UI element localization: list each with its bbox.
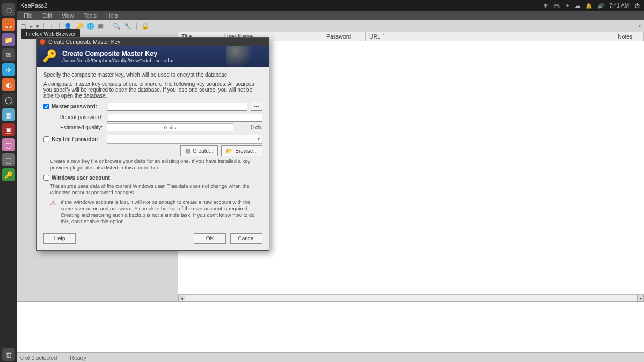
char-count: 0 ch. — [237, 124, 262, 130]
toolbar-url-icon[interactable]: 🌐 — [86, 23, 94, 30]
top-panel: KeePass2 ✱ 🎮 ✈ ☁ 🔔 🔊 7:41 AM ⏻ — [17, 0, 644, 11]
create-icon: ▥ — [185, 148, 190, 154]
browse-icon: 📂 — [226, 148, 232, 154]
keyfile-checkbox[interactable] — [43, 136, 49, 142]
telegram-tray-icon[interactable]: ✈ — [565, 3, 569, 9]
launcher-app-grey[interactable]: ▢ — [2, 153, 15, 166]
entry-detail-panel — [17, 301, 644, 352]
launcher-telegram[interactable]: ✈ — [2, 63, 15, 76]
windows-account-description: This source uses data of the current Win… — [50, 183, 262, 196]
keyfile-combo[interactable] — [107, 135, 262, 144]
menu-file[interactable]: File — [19, 12, 37, 19]
menubar: File Edit View Tools Help — [17, 11, 644, 20]
master-password-label: Master password: — [52, 104, 97, 109]
reveal-password-button[interactable]: ••• — [251, 102, 262, 111]
launcher-keepass[interactable]: 🔑 — [2, 168, 15, 181]
menu-tools[interactable]: Tools — [79, 12, 101, 19]
col-notes[interactable]: Notes — [614, 32, 644, 41]
toolbar-config-icon[interactable]: 🔧 — [124, 23, 132, 30]
launcher-app-orange[interactable]: ◐ — [2, 78, 15, 91]
close-icon[interactable] — [40, 39, 45, 45]
statusbar: 0 of 0 selected Ready — [17, 352, 644, 362]
launcher-steam[interactable]: ◯ — [2, 93, 15, 106]
launcher-files[interactable]: 📁 — [2, 33, 15, 46]
keyfile-description: Create a new key file or browse your dis… — [50, 158, 262, 172]
toolbar: ▢ ▸ ▾ ＋ 👤 🔑 🌐 ▣ 🔍 🔧 🔒 ▾ — [17, 20, 644, 32]
repeat-password-input[interactable] — [107, 113, 262, 122]
clock[interactable]: 7:41 AM — [609, 3, 629, 9]
bell-icon[interactable]: 🔔 — [586, 3, 592, 9]
launcher-app-blue[interactable]: ▦ — [2, 108, 15, 121]
master-password-checkbox[interactable] — [43, 104, 49, 109]
dialog-titlebar[interactable]: Create Composite Master Key — [37, 38, 269, 46]
launcher-trash[interactable]: 🗑 — [2, 348, 15, 361]
status-selection: 0 of 0 selected — [20, 354, 57, 361]
windows-account-checkbox[interactable] — [43, 175, 49, 181]
launcher-mail[interactable]: ✉ — [2, 48, 15, 61]
launcher-firefox[interactable]: 🦊 — [2, 18, 15, 31]
cancel-button[interactable]: Cancel — [230, 233, 262, 244]
menu-edit[interactable]: Edit — [38, 12, 56, 19]
volume-icon[interactable]: 🔊 — [597, 3, 604, 9]
browse-keyfile-button[interactable]: 📂 Browse... — [221, 145, 262, 156]
dialog-title-text: Create Composite Master Key — [48, 39, 120, 45]
col-url[interactable]: URL ˄ — [366, 32, 614, 41]
master-password-input[interactable] — [107, 102, 247, 111]
toolbar-copy-icon[interactable]: ▣ — [98, 23, 104, 30]
help-button[interactable]: Help — [43, 233, 76, 244]
status-ready: Ready — [70, 354, 86, 361]
scroll-right-icon[interactable]: ▸ — [637, 295, 644, 301]
menu-view[interactable]: View — [57, 12, 78, 19]
menu-help[interactable]: Help — [102, 12, 122, 19]
create-master-key-dialog: Create Composite Master Key 🔑 Create Com… — [36, 37, 269, 251]
launcher-app-pink[interactable]: ▢ — [2, 138, 15, 151]
dialog-header-subtitle: /home/derrik/Dropbox/Config/NewDatabase.… — [62, 57, 173, 63]
create-keyfile-button[interactable]: ▥ Create... — [180, 145, 218, 156]
scroll-left-icon[interactable]: ◂ — [178, 295, 185, 301]
toolbar-find-icon[interactable]: 🔍 — [113, 23, 121, 30]
ok-button[interactable]: OK — [194, 233, 226, 244]
windows-account-label: Windows user account — [52, 175, 110, 181]
warning-icon: ⚠ — [50, 199, 56, 225]
keyfile-label: Key file / provider: — [52, 136, 98, 142]
horizontal-scrollbar[interactable]: ◂ ▸ — [178, 294, 644, 301]
dialog-header: 🔑 Create Composite Master Key /home/derr… — [37, 46, 269, 67]
col-pass[interactable]: Password — [323, 32, 366, 41]
dialog-header-title: Create Composite Master Key — [62, 50, 173, 57]
cloud-icon[interactable]: ☁ — [575, 3, 580, 9]
quality-bar: 0 bits — [107, 123, 233, 131]
toolbar-lock-icon[interactable]: 🔒 — [141, 23, 149, 30]
power-icon[interactable]: ⏻ — [634, 3, 640, 9]
estimated-quality-label: Estimated quality: — [60, 124, 103, 130]
discord-icon[interactable]: 🎮 — [553, 3, 560, 9]
repeat-password-label: Repeat password: — [59, 114, 103, 120]
warning-text: If the Windows account is lost, it will … — [61, 199, 262, 225]
launcher-app-red[interactable]: ▣ — [2, 123, 15, 136]
dialog-intro-1: Specify the composite master key, which … — [43, 72, 262, 78]
key-icon: 🔑 — [42, 49, 57, 63]
puzzle-icon[interactable]: ✱ — [544, 3, 548, 9]
app-title: KeePass2 — [20, 2, 47, 9]
launcher-dash[interactable]: ◌ — [2, 3, 15, 16]
ubuntu-launcher: ◌ 🦊 📁 ✉ ✈ ◐ ◯ ▦ ▣ ▢ ▢ 🔑 🗑 — [0, 0, 17, 362]
toolbar-dropdown-icon[interactable]: ▾ — [639, 24, 641, 28]
dialog-intro-2: A composite master key consists of one o… — [43, 81, 262, 99]
